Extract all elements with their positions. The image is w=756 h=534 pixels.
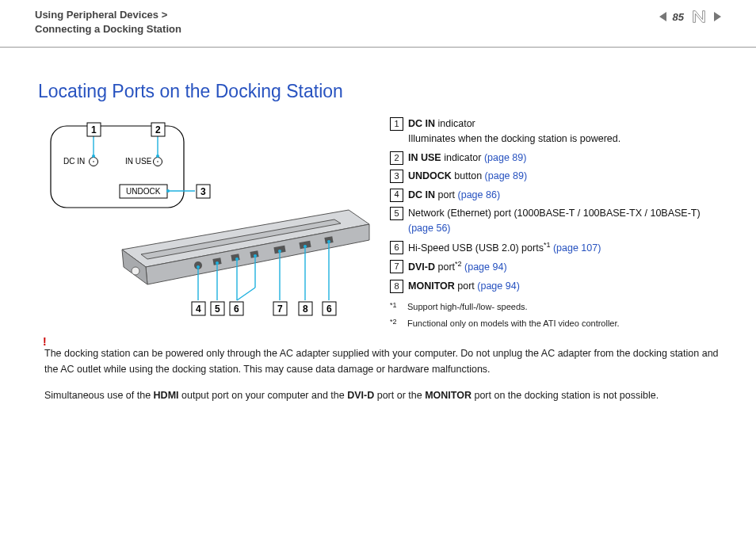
- svg-text:7: 7: [277, 303, 283, 315]
- legend-number: 2: [390, 151, 403, 165]
- svg-line-30: [237, 288, 255, 300]
- legend-link[interactable]: (page 56): [408, 223, 451, 234]
- svg-point-37: [254, 254, 257, 257]
- svg-point-11: [166, 189, 170, 193]
- svg-text:8: 8: [303, 303, 308, 315]
- legend-number: 6: [390, 241, 403, 254]
- svg-rect-21: [231, 254, 239, 261]
- legend-plain: Network (Ethernet) port (1000BASE-T / 10…: [408, 208, 701, 219]
- legend-link[interactable]: (page 89): [485, 170, 528, 181]
- svg-point-35: [216, 261, 219, 265]
- legend-item-6: 6 Hi-Speed USB (USB 2.0) ports*1 (page 1…: [390, 240, 721, 257]
- next-page-icon[interactable]: [714, 12, 721, 21]
- legend-footnotes: *1 Support high-/full-/low- speeds. *2 F…: [390, 300, 721, 330]
- notice-bold: DVI-D: [347, 390, 374, 401]
- notice-text: Simultaneous use of the: [44, 390, 154, 401]
- legend-item-3: 3 UNDOCK button (page 89): [390, 169, 721, 184]
- warning-icon: !: [43, 334, 47, 351]
- svg-point-18: [132, 267, 139, 275]
- legend-rest: port: [435, 189, 458, 200]
- notice-bold: HDMI: [154, 390, 179, 401]
- notices: ! The docking station can be powered onl…: [0, 334, 756, 403]
- legend-number: 3: [390, 170, 403, 183]
- legend-link[interactable]: (page 89): [484, 152, 527, 163]
- svg-text:6: 6: [234, 303, 239, 315]
- footnote-mark: *1: [390, 300, 401, 314]
- svg-text:2: 2: [155, 124, 161, 135]
- svg-text:4: 4: [196, 303, 201, 315]
- legend-item-2: 2 IN USE indicator (page 89): [390, 151, 721, 166]
- legend-rest: port: [455, 280, 478, 292]
- legend-number: 7: [390, 260, 403, 273]
- info-notice: Simultaneous use of the HDMI output port…: [44, 388, 721, 403]
- legend-plain: Hi-Speed USB (USB 2.0) ports: [408, 242, 544, 254]
- legend-bold: MONITOR: [408, 280, 455, 292]
- figure-label-undock: UNDOCK: [126, 187, 161, 196]
- n-logo-icon: [690, 8, 708, 25]
- legend-item-4: 4 DC IN port (page 86): [390, 188, 721, 203]
- page-header: Using Peripheral Devices > Connecting a …: [0, 0, 756, 48]
- svg-text:1: 1: [91, 124, 97, 135]
- notice-bold: MONITOR: [425, 390, 472, 401]
- legend-item-7: 7 DVI-D port*2 (page 94): [390, 259, 721, 276]
- figure-label-inuse: IN USE: [125, 157, 152, 166]
- svg-point-40: [327, 240, 330, 243]
- legend-rest: button: [452, 170, 485, 181]
- legend-rest: indicator: [441, 152, 484, 163]
- legend-bold: DC IN: [408, 189, 435, 200]
- footnote-text: Functional only on models with the ATI v…: [407, 317, 620, 330]
- legend-item-8: 8 MONITOR port (page 94): [390, 279, 721, 294]
- legend-number: 1: [390, 117, 403, 131]
- legend-number: 4: [390, 189, 403, 202]
- page-number-nav: 85: [659, 8, 721, 25]
- breadcrumb-line2: Connecting a Docking Station: [35, 22, 181, 36]
- legend-list: 1 DC IN indicator Illuminates when the d…: [390, 116, 721, 334]
- legend-bold: DVI-D: [408, 261, 435, 273]
- docking-station-figure: DC IN IN USE UNDOCK 1: [44, 116, 376, 326]
- svg-point-2: [93, 161, 94, 162]
- warning-text: The docking station can be powered only …: [44, 348, 719, 374]
- legend-number: 8: [390, 280, 403, 293]
- legend-bold: UNDOCK: [408, 170, 452, 181]
- legend-item-1: 1 DC IN indicator Illuminates when the d…: [390, 116, 721, 147]
- footnote-2: *2 Functional only on models with the AT…: [390, 317, 721, 330]
- legend-rest: port: [435, 261, 455, 273]
- legend-link[interactable]: (page 86): [458, 189, 501, 200]
- section-title: Locating Ports on the Docking Station: [0, 48, 756, 102]
- warning-notice: ! The docking station can be powered onl…: [44, 346, 721, 377]
- legend-item-5: 5 Network (Ethernet) port (1000BASE-T / …: [390, 206, 721, 237]
- legend-sup: *2: [455, 260, 462, 268]
- legend-bold: IN USE: [408, 152, 441, 163]
- figure-label-dcin: DC IN: [63, 157, 85, 166]
- footnote-text: Support high-/full-/low- speeds.: [407, 300, 528, 314]
- footnote-mark: *2: [390, 317, 401, 330]
- svg-point-9: [156, 154, 159, 158]
- legend-link[interactable]: (page 94): [477, 280, 520, 292]
- prev-page-icon[interactable]: [659, 12, 666, 21]
- svg-point-36: [235, 257, 239, 261]
- page-number: 85: [673, 11, 684, 23]
- svg-point-4: [157, 161, 158, 162]
- svg-point-7: [92, 154, 95, 158]
- svg-text:3: 3: [200, 186, 206, 197]
- svg-text:5: 5: [215, 303, 220, 315]
- legend-bold: DC IN: [408, 118, 435, 129]
- breadcrumb-line1: Using Peripheral Devices >: [35, 8, 181, 22]
- legend-desc: Illuminates when the docking station is …: [408, 133, 620, 144]
- breadcrumb: Using Peripheral Devices > Connecting a …: [35, 8, 181, 36]
- footnote-1: *1 Support high-/full-/low- speeds.: [390, 300, 721, 314]
- legend-rest: indicator: [435, 118, 475, 129]
- legend-link[interactable]: (page 94): [464, 261, 507, 273]
- svg-point-34: [197, 265, 200, 269]
- legend-link[interactable]: (page 107): [553, 242, 601, 254]
- legend-number: 5: [390, 207, 403, 220]
- svg-rect-0: [51, 126, 184, 208]
- svg-text:6: 6: [326, 303, 332, 315]
- svg-point-39: [304, 245, 307, 248]
- notice-text: port on the docking station is not possi…: [472, 390, 659, 401]
- notice-text: output port on your computer and the: [179, 390, 348, 401]
- svg-point-38: [278, 250, 281, 253]
- notice-text: port or the: [374, 390, 425, 401]
